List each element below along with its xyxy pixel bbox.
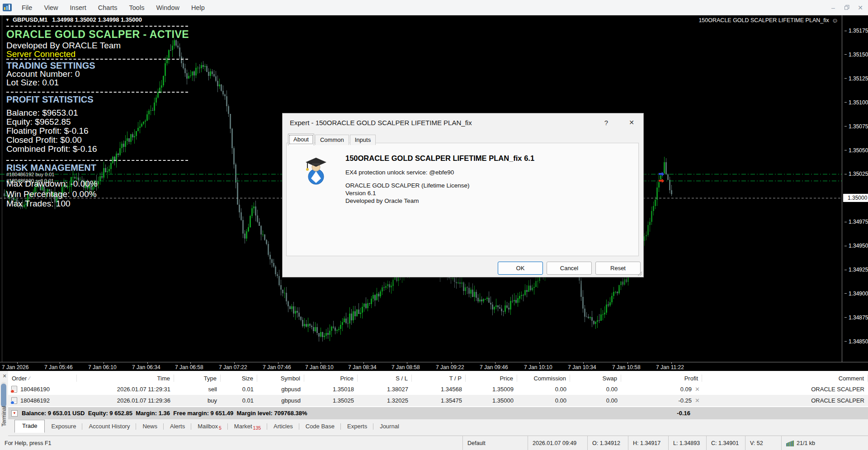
column-price[interactable]: Price — [304, 375, 358, 382]
terminal-tab-trade[interactable]: Trade — [14, 420, 45, 433]
chart-symbol: GBPUSD,M1 — [13, 16, 47, 23]
overlay-balance: Balance: $9653.01 — [6, 108, 78, 118]
dialog-tab-bar: About Common Inputs — [288, 133, 377, 145]
status-help-text: For Help, press F1 — [0, 436, 462, 450]
mt4-logo-icon[interactable] — [3, 4, 12, 11]
tab-inputs[interactable]: Inputs — [350, 135, 376, 145]
menu-view[interactable]: View — [38, 0, 64, 15]
terminal-tab-articles[interactable]: Articles — [267, 420, 299, 432]
time-tick-label: 7 Jan 2026 — [2, 364, 28, 370]
column-comment[interactable]: Comment — [702, 375, 868, 382]
column-sl[interactable]: S / L — [358, 375, 412, 382]
overlay-win-percentage: Win Percentage: 0.00% — [6, 189, 97, 199]
price-tick: 1.34875 — [842, 314, 868, 321]
column-swap[interactable]: Swap — [570, 375, 621, 382]
price-tick: 1.34975 — [842, 219, 868, 225]
column-type[interactable]: Type — [174, 375, 221, 382]
symbol-dropdown-icon[interactable]: ▼ — [5, 18, 9, 22]
cancel-button[interactable]: Cancel — [547, 262, 592, 275]
menu-window[interactable]: Window — [150, 0, 185, 15]
close-order-icon[interactable]: ✕ — [695, 386, 700, 393]
time-tick-mark — [583, 362, 584, 364]
status-filler — [841, 436, 868, 450]
overlay-separator — [6, 160, 188, 161]
terminal-tab-experts[interactable]: Experts — [341, 420, 373, 432]
dialog-help-button[interactable]: ? — [601, 117, 612, 128]
time-tick-label: 7 Jan 08:10 — [305, 364, 334, 370]
price-tick: 1.34900 — [842, 291, 868, 297]
menu-tools[interactable]: Tools — [123, 0, 151, 15]
order-row-sell[interactable]: 180486190 2026.01.07 11:29:31 sell 0.01 … — [8, 384, 868, 395]
dialog-close-icon[interactable]: ✕ — [626, 117, 637, 128]
price-tick: 1.35125 — [842, 75, 868, 82]
ea-name: 150ORACLE GOLD SCALPER LIFETIME PLAN_fix — [698, 17, 829, 23]
tab-common[interactable]: Common — [315, 135, 349, 145]
time-tick-label: 7 Jan 06:34 — [132, 364, 160, 370]
status-bar: For Help, press F1 Default 2026.01.07 09… — [0, 436, 868, 450]
window-controls: – ✕ — [826, 0, 867, 15]
time-tick-mark — [234, 362, 235, 364]
order-row-buy[interactable]: 180486192 2026.01.07 11:29:36 buy 0.01 g… — [8, 395, 868, 406]
sort-asc-icon: ∕ — [29, 375, 30, 381]
terminal-tab-market[interactable]: Market135 — [228, 420, 267, 433]
time-tick-mark — [147, 362, 148, 364]
minimize-icon[interactable]: – — [826, 2, 840, 14]
terminal-tab-code-base[interactable]: Code Base — [299, 420, 341, 432]
menu-file[interactable]: File — [16, 0, 38, 15]
overlay-combined-profit: Combined Profit: $-0.16 — [6, 144, 97, 154]
menu-charts[interactable]: Charts — [92, 0, 123, 15]
status-profile[interactable]: Default — [462, 436, 528, 450]
time-tick-label: 7 Jan 08:34 — [348, 364, 377, 370]
column-size[interactable]: Size — [221, 375, 257, 382]
column-price-current[interactable]: Price — [466, 375, 517, 382]
price-tick: 1.35150 — [842, 52, 868, 58]
terminal-panel: Order∕ Time Type Size Symbol Price S / L… — [0, 370, 868, 436]
time-tick-label: 7 Jan 07:22 — [219, 364, 247, 370]
terminal-tab-alerts[interactable]: Alerts — [164, 420, 191, 432]
account-summary-text: Balance: 9 653.01 USD Equity: 9 652.85 M… — [22, 410, 307, 417]
time-tick-label: 7 Jan 05:46 — [44, 364, 73, 370]
time-tick-label: 7 Jan 10:58 — [612, 364, 641, 370]
close-icon[interactable]: ✕ — [854, 2, 867, 14]
tab-about[interactable]: About — [288, 134, 314, 145]
status-bar-datetime: 2026.01.07 09:49 — [528, 436, 587, 450]
time-tick-mark — [278, 362, 278, 364]
column-order[interactable]: Order∕ — [8, 375, 77, 382]
terminal-tab-journal[interactable]: Journal — [373, 420, 406, 432]
price-tick: 1.34950 — [842, 243, 868, 249]
time-tick-mark — [451, 362, 452, 364]
buy-arrow-icon — [658, 171, 665, 177]
ea-smiley-icon[interactable]: ☺ — [832, 17, 838, 24]
menu-insert[interactable]: Insert — [64, 0, 92, 15]
column-symbol[interactable]: Symbol — [257, 375, 304, 382]
chart-symbol-title: ▼ GBPUSD,M1 1.34998 1.35002 1.34998 1.35… — [5, 16, 142, 23]
column-tp[interactable]: T / P — [412, 375, 466, 382]
column-time[interactable]: Time — [77, 375, 174, 382]
overlay-separator — [6, 26, 188, 27]
terminal-close-icon[interactable]: ✕ — [1, 373, 8, 379]
terminal-tab-account-history[interactable]: Account History — [82, 420, 136, 432]
reset-button[interactable]: Reset — [595, 262, 641, 275]
column-commission[interactable]: Commission — [517, 375, 570, 382]
column-profit[interactable]: Profit — [621, 375, 702, 382]
mailbox-count-badge: 5 — [219, 425, 222, 431]
resize-grip[interactable] — [637, 271, 642, 276]
ea-about-line4: Developed by Oracle Team — [345, 197, 419, 204]
terminal-tab-bar: Trade Exposure Account History News Aler… — [8, 419, 868, 436]
restore-icon[interactable] — [840, 2, 854, 14]
chart-ohlc-values: 1.34998 1.35002 1.34998 1.35000 — [52, 16, 142, 23]
menu-help[interactable]: Help — [185, 0, 211, 15]
time-tick-mark — [190, 362, 191, 364]
terminal-tab-news[interactable]: News — [136, 420, 164, 432]
ok-button[interactable]: OK — [498, 262, 543, 275]
time-tick-mark — [60, 362, 60, 364]
price-axis: 1.35000 1.351751.351501.351251.351001.35… — [842, 15, 868, 362]
order-doc-icon — [11, 397, 17, 404]
terminal-tab-exposure[interactable]: Exposure — [45, 420, 82, 432]
close-order-icon[interactable]: ✕ — [695, 397, 700, 404]
price-tick: 1.35050 — [842, 147, 868, 154]
overlay-server-status: Server Connected — [6, 49, 75, 59]
terminal-panel-label: Terminal — [0, 397, 8, 435]
time-tick-label: 7 Jan 07:46 — [263, 364, 291, 370]
terminal-tab-mailbox[interactable]: Mailbox5 — [191, 420, 228, 433]
